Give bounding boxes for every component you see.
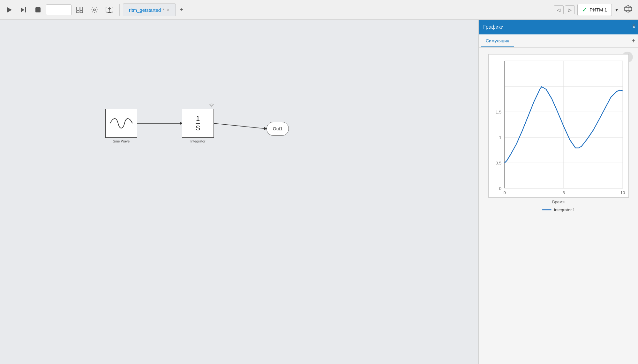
- panel-outer-close-button[interactable]: ×: [632, 22, 635, 29]
- svg-text:1: 1: [499, 135, 501, 140]
- chart-container: + 0 0.5 1: [479, 48, 638, 364]
- wifi-icon: [208, 102, 215, 108]
- run-label: РИТМ 1: [589, 7, 607, 12]
- deploy-button[interactable]: [103, 4, 116, 16]
- svg-text:10: 10: [620, 190, 625, 195]
- legend-label: Integrator.1: [554, 207, 575, 212]
- panel-tabs: Симуляция +: [479, 34, 638, 48]
- sine-wave-icon: [109, 114, 134, 133]
- chart-svg: 0 0.5 1 1.5 0 5 10: [489, 55, 629, 198]
- integrator-text: 1 S: [196, 115, 200, 132]
- tab-label: ritm_getstarted: [129, 7, 161, 13]
- tab-close-button[interactable]: ×: [166, 8, 170, 12]
- panel-header: Графики ×: [479, 20, 638, 34]
- sine-block[interactable]: Sine Wave: [105, 109, 137, 138]
- svg-marker-0: [7, 7, 12, 12]
- check-icon: ✓: [582, 6, 587, 13]
- svg-rect-7: [80, 11, 83, 13]
- integrator-block-label: Integrator: [190, 139, 205, 143]
- out1-label: Out1: [273, 126, 282, 131]
- chart-legend: Integrator.1: [542, 207, 575, 212]
- add-tab-button[interactable]: +: [176, 5, 187, 15]
- play-button[interactable]: [3, 4, 15, 15]
- svg-rect-5: [80, 7, 83, 10]
- connections-svg: [0, 20, 478, 364]
- chart-x-label: Время: [552, 200, 565, 204]
- svg-rect-3: [35, 7, 41, 12]
- panel-title: Графики: [483, 24, 627, 30]
- tab-modified: *: [163, 8, 164, 12]
- svg-point-18: [211, 106, 212, 107]
- svg-marker-1: [21, 7, 24, 12]
- run-button[interactable]: ✓ РИТМ 1: [577, 4, 612, 16]
- toolbar-separator: [119, 4, 120, 16]
- cube-button[interactable]: [621, 4, 635, 16]
- integrator-block[interactable]: 1 S Integrator: [182, 109, 214, 138]
- sine-block-label: Sine Wave: [113, 139, 130, 143]
- out1-block[interactable]: Out1: [266, 122, 289, 136]
- nav-back-button[interactable]: ◁: [554, 5, 564, 14]
- panel-tab-simulation[interactable]: Симуляция: [481, 36, 514, 47]
- svg-line-17: [214, 123, 267, 129]
- dropdown-button[interactable]: ▼: [614, 7, 619, 12]
- svg-point-8: [94, 9, 95, 11]
- svg-text:1.5: 1.5: [495, 110, 501, 114]
- svg-rect-6: [77, 11, 79, 13]
- chart-area: 0 0.5 1 1.5 0 5 10: [488, 54, 629, 198]
- legend-line-icon: [542, 209, 552, 210]
- svg-text:0.5: 0.5: [495, 161, 501, 165]
- panel-add-tab-button[interactable]: +: [632, 37, 635, 45]
- stop-button[interactable]: [32, 4, 44, 15]
- sim-time-input[interactable]: inf: [46, 4, 71, 15]
- nav-arrows: ◁ ▷: [554, 5, 575, 14]
- main: Sine Wave 1 S: [0, 20, 638, 364]
- svg-text:0: 0: [503, 190, 506, 195]
- side-panel: Графики × × Симуляция + +: [478, 20, 638, 364]
- step-button[interactable]: [17, 4, 30, 16]
- tab-ritm[interactable]: ritm_getstarted * ×: [123, 4, 176, 16]
- svg-text:5: 5: [562, 190, 565, 195]
- settings-button[interactable]: [88, 4, 101, 16]
- svg-rect-2: [25, 7, 26, 12]
- tabbar: ritm_getstarted * × +: [123, 0, 187, 20]
- toolbar-right: ◁ ▷ ✓ РИТМ 1 ▼: [554, 4, 635, 16]
- svg-text:0: 0: [499, 186, 501, 191]
- nav-forward-button[interactable]: ▷: [565, 5, 575, 14]
- svg-rect-4: [77, 7, 79, 10]
- library-button[interactable]: [73, 4, 86, 16]
- canvas-area: Sine Wave 1 S: [0, 20, 478, 364]
- toolbar: inf ritm_getstarted * ×: [0, 0, 638, 20]
- blocks-container: Sine Wave 1 S: [0, 20, 478, 364]
